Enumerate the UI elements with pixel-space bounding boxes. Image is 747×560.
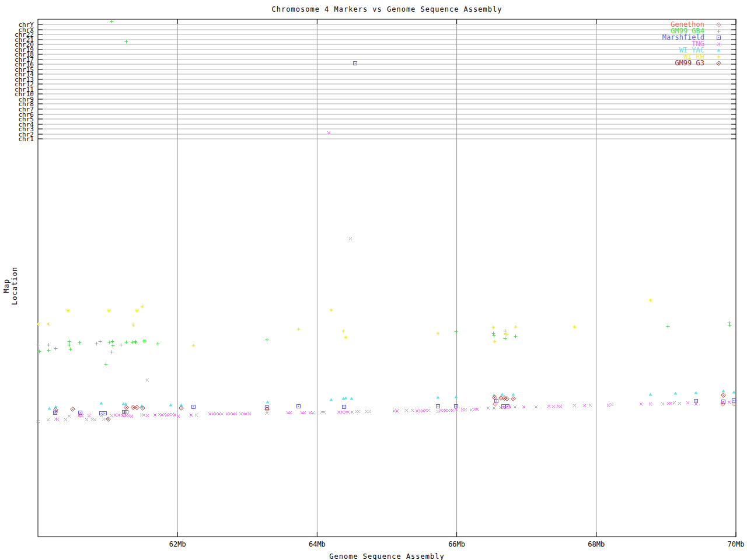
data-point: [312, 411, 315, 414]
data-point: [134, 340, 137, 344]
data-point: [416, 410, 418, 412]
x-tick-label: 66Mb: [448, 540, 465, 548]
data-point: [297, 405, 301, 408]
data-point: [455, 330, 458, 334]
data-point: [649, 402, 652, 405]
data-point: [142, 414, 145, 416]
data-point: [47, 418, 50, 421]
data-point: [350, 397, 354, 400]
data-point: [297, 328, 301, 331]
data-point: [437, 410, 439, 413]
data-point: [640, 402, 643, 405]
data-point: [512, 393, 515, 396]
data-point: [678, 402, 681, 405]
data-point: [266, 338, 269, 342]
data-point: [694, 391, 698, 394]
data-point: [559, 405, 562, 408]
data-point: [108, 341, 111, 344]
data-point: [717, 36, 721, 40]
data-point: [470, 408, 473, 411]
data-point: [173, 414, 176, 416]
data-point: [589, 404, 592, 407]
data-point: [78, 341, 82, 345]
data-point: [573, 326, 577, 329]
data-point: [56, 418, 59, 421]
data-point: [120, 344, 123, 347]
data-point: [717, 49, 721, 52]
data-point: [195, 414, 198, 416]
plot-area: chrYchrXchr22chr21chr20chr19chr18chr17ch…: [0, 0, 747, 560]
data-point: [368, 410, 371, 413]
data-point: [342, 330, 345, 333]
data-point: [192, 344, 196, 348]
data-point: [649, 299, 652, 302]
data-point: [37, 323, 40, 326]
data-point: [229, 412, 232, 415]
data-point: [722, 390, 725, 393]
data-point: [396, 410, 399, 412]
data-point: [110, 20, 114, 23]
data-point: [411, 409, 414, 412]
data-point: [88, 414, 90, 417]
data-point: [327, 131, 330, 134]
data-point: [349, 237, 352, 240]
data-point: [123, 411, 126, 414]
data-point: [102, 418, 105, 421]
data-point: [732, 391, 736, 394]
x-tick-label: 62Mb: [169, 540, 186, 548]
data-point: [234, 412, 237, 415]
data-point: [93, 418, 96, 421]
data-point: [67, 309, 70, 313]
data-point: [127, 414, 130, 417]
data-point: [309, 411, 312, 414]
data-point: [141, 305, 144, 309]
data-point: [85, 418, 88, 421]
data-point: [135, 309, 139, 313]
data-point: [110, 351, 114, 354]
data-point: [68, 344, 71, 347]
data-point: [722, 400, 725, 404]
data-point: [100, 402, 103, 405]
data-point: [266, 412, 268, 415]
x-tick-label: 64Mb: [309, 540, 326, 548]
data-point: [493, 340, 497, 344]
data-point: [124, 402, 128, 405]
data-point: [492, 326, 495, 330]
data-point: [461, 408, 464, 411]
data-point: [728, 401, 731, 404]
data-point: [239, 412, 242, 415]
data-point: [666, 325, 670, 328]
data-point: [337, 411, 340, 414]
data-point: [208, 412, 211, 415]
data-point: [114, 414, 117, 416]
data-point: [37, 344, 40, 347]
data-point: [125, 40, 128, 44]
data-point: [347, 411, 350, 414]
data-point: [464, 408, 467, 411]
chr-row-label: chr1: [19, 135, 34, 143]
data-point: [344, 397, 348, 400]
data-point: [266, 401, 270, 404]
legend: GenethonGM99 GB4MarshfieldTNGWI YACWI RH…: [662, 20, 721, 67]
data-point: [71, 407, 75, 412]
data-point: [245, 412, 247, 415]
data-point: [439, 409, 442, 412]
data-point: [125, 411, 128, 414]
data-point: [106, 417, 111, 422]
data-point: [99, 340, 102, 344]
data-point: [192, 405, 196, 409]
data-point: [505, 397, 509, 401]
data-point: [132, 324, 135, 327]
data-point: [111, 340, 114, 344]
data-point: [104, 363, 108, 366]
data-point: [47, 344, 51, 347]
data-point: [130, 415, 133, 418]
data-point: [506, 405, 509, 408]
x-tick-label: 70Mb: [728, 540, 745, 548]
data-point: [514, 335, 518, 338]
data-point: [393, 410, 396, 412]
data-point: [221, 412, 224, 415]
data-point: [153, 414, 156, 416]
series-genethon: [54, 402, 736, 418]
data-point: [68, 415, 71, 418]
